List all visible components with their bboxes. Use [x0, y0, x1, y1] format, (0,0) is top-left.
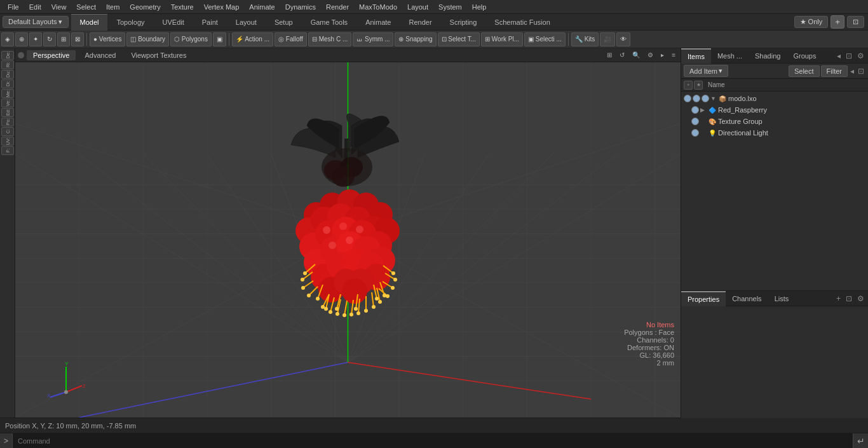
viewport-tab-advanced[interactable]: Advanced	[78, 50, 122, 60]
left-tool-ri[interactable]: Ri:	[1, 60, 14, 69]
panel-tab-items[interactable]: Items	[681, 48, 711, 64]
toolbar-symmetry[interactable]: ⧢ Symm ...	[353, 32, 393, 46]
command-input[interactable]	[13, 433, 853, 449]
item-visibility-texture-group[interactable]	[691, 118, 699, 125]
layout-tab-model[interactable]: Model	[71, 14, 108, 31]
menu-view[interactable]: View	[46, 2, 72, 12]
left-tool-f[interactable]: F:	[1, 146, 14, 155]
left-tool-de[interactable]: De:	[1, 51, 14, 60]
toolbar-boundary[interactable]: ◫ Boundary	[126, 32, 169, 46]
col-icon-star[interactable]: ★	[694, 81, 703, 90]
vp-ctrl-play[interactable]: ▸	[658, 51, 667, 59]
layout-tab-gametools[interactable]: Game Tools	[302, 14, 357, 31]
toolbar-mesh-constraints[interactable]: ⊟ Mesh C ...	[308, 32, 351, 46]
panel-collapse-btn[interactable]: ◂	[849, 65, 855, 77]
item-lock-modo-lxo[interactable]	[702, 95, 709, 102]
props-tab-channels[interactable]: Channels	[726, 291, 768, 306]
vp-ctrl-settings[interactable]: ⚙	[645, 51, 656, 59]
menu-geometry[interactable]: Geometry	[125, 2, 165, 12]
toolbar-kits[interactable]: 🔧 Kits	[571, 32, 599, 46]
panel-expand-btn[interactable]: ⊡	[857, 65, 865, 77]
panel-expand-icon[interactable]: ⊡	[844, 50, 853, 62]
toolbar-select1[interactable]: ◈	[1, 32, 14, 46]
item-visibility-directional-light[interactable]	[691, 129, 699, 137]
layout-tab-schematic[interactable]: Schematic Fusion	[485, 14, 559, 31]
toolbar-vertices[interactable]: ● Vertices	[90, 32, 125, 46]
item-row-modo-lxo[interactable]: ▼ 📦 modo.lxo	[681, 93, 868, 104]
left-tool-uv[interactable]: UV:	[1, 137, 14, 146]
toolbar-falloff[interactable]: ◎ Falloff	[275, 32, 307, 46]
item-expand-red-raspberry[interactable]: ▶	[700, 107, 707, 113]
menu-select[interactable]: Select	[71, 2, 101, 12]
menu-render[interactable]: Render	[321, 2, 354, 12]
vp-ctrl-menu[interactable]: ≡	[669, 51, 678, 59]
layout-tab-uvedit[interactable]: UVEdit	[154, 14, 193, 31]
viewport-tab-textures[interactable]: Viewport Textures	[125, 50, 193, 60]
panel-collapse-icon[interactable]: ◂	[836, 50, 842, 62]
toolbar-select2[interactable]: ⊕	[15, 32, 28, 46]
layout-tab-render[interactable]: Render	[400, 14, 440, 31]
item-visibility-modo-lxo[interactable]	[684, 95, 691, 102]
toolbar-move[interactable]: ✦	[29, 32, 42, 46]
toolbar-scale[interactable]: ⊞	[57, 32, 70, 46]
item-visibility-red-raspberry[interactable]	[691, 106, 699, 114]
viewport-dot[interactable]	[18, 52, 24, 58]
left-tool-ve[interactable]: Ve:	[1, 98, 14, 107]
panel-tab-shading[interactable]: Shading	[749, 48, 787, 64]
default-layouts-dropdown[interactable]: Default Layouts ▾	[3, 16, 69, 28]
panel-tab-groups[interactable]: Groups	[787, 48, 822, 64]
menu-maxtomodo[interactable]: MaxToModo	[354, 2, 402, 12]
toolbar-snapping[interactable]: ⊕ Snapping	[395, 32, 436, 46]
left-tool-po[interactable]: Po:	[1, 118, 14, 126]
menu-item[interactable]: Item	[101, 2, 125, 12]
left-tool-du[interactable]: Du:	[1, 70, 14, 79]
left-tool-me[interactable]: Me:	[1, 89, 14, 98]
menu-file[interactable]: File	[3, 2, 24, 12]
toolbar-item-select[interactable]: ▣	[213, 32, 226, 46]
props-add-btn[interactable]: +	[835, 293, 842, 304]
left-tool-ed[interactable]: Ed:	[1, 108, 14, 117]
toolbar-action[interactable]: ⚡ Action ...	[232, 32, 273, 46]
expand-layout-button[interactable]: ⊡	[847, 16, 864, 28]
menu-system[interactable]: System	[433, 2, 467, 12]
toolbar-selection[interactable]: ▣ Selecti ...	[524, 32, 566, 46]
item-row-red-raspberry[interactable]: ▶ 🔷 Red_Raspberry	[681, 104, 868, 116]
menu-animate[interactable]: Animate	[244, 2, 280, 12]
toolbar-transform[interactable]: ⊠	[71, 32, 84, 46]
menu-texture[interactable]: Texture	[166, 2, 199, 12]
toolbar-work-plane[interactable]: ⊞ Work Pl...	[481, 32, 523, 46]
layout-tab-layout[interactable]: Layout	[227, 14, 266, 31]
toolbar-polygons[interactable]: ⬡ Polygons	[170, 32, 212, 46]
left-tool-di[interactable]: Di:	[1, 79, 14, 88]
item-expand-modo-lxo[interactable]: ▼	[710, 95, 717, 102]
only-button[interactable]: ★ Only	[794, 16, 829, 28]
layout-tab-scripting[interactable]: Scripting	[441, 14, 486, 31]
panel-select-button[interactable]: Select	[789, 65, 820, 77]
props-expand-btn[interactable]: ⊡	[844, 293, 853, 304]
vp-ctrl-grid[interactable]: ⊞	[604, 51, 614, 59]
add-layout-tab-button[interactable]: +	[831, 15, 844, 29]
viewport-canvas[interactable]: No Items Polygons : Face Channels: 0 Def…	[15, 62, 681, 417]
menu-edit[interactable]: Edit	[24, 2, 46, 12]
item-row-texture-group[interactable]: 🎨 Texture Group	[681, 116, 868, 127]
menu-help[interactable]: Help	[467, 2, 492, 12]
layout-tab-animate[interactable]: Animate	[356, 14, 400, 31]
props-tab-lists[interactable]: Lists	[768, 291, 796, 306]
menu-layout[interactable]: Layout	[402, 2, 433, 12]
panel-tab-mesh[interactable]: Mesh ...	[711, 48, 749, 64]
vp-ctrl-rotate[interactable]: ↺	[617, 51, 627, 59]
menu-dynamics[interactable]: Dynamics	[280, 2, 321, 12]
props-tab-properties[interactable]: Properties	[681, 291, 726, 306]
panel-settings-icon[interactable]: ⚙	[856, 50, 865, 62]
toolbar-cam1[interactable]: 🎥	[600, 32, 615, 46]
menu-vertexmap[interactable]: Vertex Map	[199, 2, 245, 12]
props-settings-btn[interactable]: ⚙	[856, 293, 865, 304]
layout-tab-paint[interactable]: Paint	[193, 14, 227, 31]
col-icon-add[interactable]: +	[684, 81, 693, 90]
toolbar-select-through[interactable]: ⊡ Select T...	[438, 32, 480, 46]
toolbar-cam2[interactable]: 👁	[616, 32, 630, 46]
command-prompt[interactable]: >	[0, 433, 13, 449]
item-render-modo-lxo[interactable]	[693, 95, 700, 102]
left-tool-c[interactable]: C:	[1, 127, 14, 136]
command-execute-button[interactable]: ↵	[853, 433, 868, 449]
